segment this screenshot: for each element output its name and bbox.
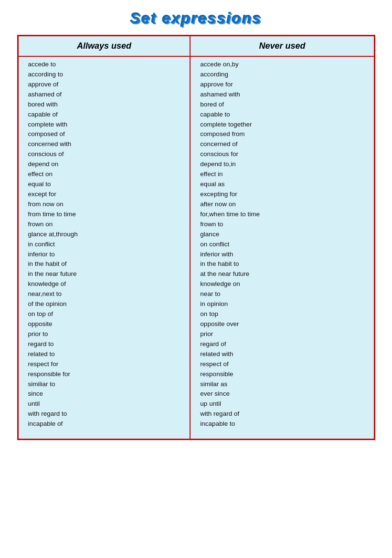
list-item: with regard to: [28, 409, 180, 419]
list-item: responsible for: [28, 369, 180, 379]
list-item: until: [28, 399, 180, 409]
list-item: opposite: [28, 319, 180, 329]
list-item: approve of: [28, 80, 180, 90]
list-item: inferior with: [200, 250, 364, 260]
list-item: depend to,in: [200, 159, 364, 169]
list-item: bored with: [28, 100, 180, 110]
list-item: near,next to: [28, 289, 180, 299]
list-item: ever since: [200, 389, 364, 399]
list-item: similar as: [200, 379, 364, 390]
list-item: regard of: [200, 339, 364, 349]
list-item: prior: [200, 329, 364, 339]
list-item: on top of: [28, 309, 180, 319]
list-item: depend on: [28, 159, 180, 169]
list-item: accede on,by: [200, 60, 364, 70]
list-item: concerned of: [200, 139, 364, 149]
list-item: according to: [28, 70, 180, 80]
list-item: according: [200, 70, 364, 80]
list-item: inferior to: [28, 250, 180, 260]
list-item: in the near future: [28, 269, 180, 279]
list-item: with regard of: [200, 409, 364, 419]
list-item: frown on: [28, 220, 180, 230]
left-column-header: Allways used: [18, 36, 190, 57]
list-item: for,when time to time: [200, 210, 364, 220]
list-item: accede to: [28, 60, 180, 70]
list-item: opposite over: [200, 319, 364, 329]
page-title: Set expressions: [130, 10, 262, 27]
list-item: concerned with: [28, 139, 180, 149]
list-item: respect for: [28, 359, 180, 369]
list-item: in opinion: [200, 299, 364, 309]
list-item: ashamed with: [200, 90, 364, 100]
list-item: capable of: [28, 110, 180, 120]
list-item: since: [28, 389, 180, 399]
list-item: on top: [200, 309, 364, 319]
list-item: incapable of: [28, 419, 180, 429]
list-item: complete with: [28, 120, 180, 130]
list-item: bored of: [200, 100, 364, 110]
list-item: glance: [200, 230, 364, 240]
list-item: incapable to: [200, 419, 364, 429]
right-column-header: Never used: [190, 36, 374, 57]
list-item: of the opinion: [28, 299, 180, 309]
list-item: composed from: [200, 129, 364, 139]
list-item: prior to: [28, 329, 180, 339]
list-item: in conflict: [28, 240, 180, 250]
main-table: Allways used Never used accede toaccordi…: [17, 35, 375, 440]
list-item: ashamed of: [28, 90, 180, 100]
list-item: knowledge on: [200, 279, 364, 289]
list-item: capable to: [200, 110, 364, 120]
left-column-content: accede toaccording toapprove ofashamed o…: [18, 56, 190, 440]
list-item: related with: [200, 349, 364, 359]
list-item: composed of: [28, 129, 180, 139]
list-item: effect on: [28, 169, 180, 179]
list-item: respect of: [200, 359, 364, 369]
list-item: on conflict: [200, 240, 364, 250]
list-item: from time to time: [28, 210, 180, 220]
left-items-list: accede toaccording toapprove ofashamed o…: [28, 60, 180, 429]
list-item: conscious of: [28, 149, 180, 159]
list-item: after now on: [200, 200, 364, 210]
list-item: frown to: [200, 220, 364, 230]
list-item: approve for: [200, 80, 364, 90]
list-item: in the habit of: [28, 259, 180, 269]
list-item: except for: [28, 190, 180, 200]
list-item: in the habit to: [200, 259, 364, 269]
list-item: up until: [200, 399, 364, 409]
list-item: knowledge of: [28, 279, 180, 289]
list-item: related to: [28, 349, 180, 359]
list-item: from now on: [28, 200, 180, 210]
list-item: conscious for: [200, 149, 364, 159]
right-items-list: accede on,byaccordingapprove forashamed …: [200, 60, 364, 429]
list-item: near to: [200, 289, 364, 299]
title-area: Set expressions: [130, 10, 262, 27]
list-item: regard to: [28, 339, 180, 349]
list-item: similiar to: [28, 379, 180, 390]
list-item: responsible: [200, 369, 364, 379]
list-item: complete together: [200, 120, 364, 130]
list-item: effect in: [200, 169, 364, 179]
right-column-content: accede on,byaccordingapprove forashamed …: [190, 56, 374, 440]
list-item: glance at,through: [28, 230, 180, 240]
list-item: at the near future: [200, 269, 364, 279]
list-item: excepting for: [200, 190, 364, 200]
list-item: equal to: [28, 179, 180, 190]
list-item: equal as: [200, 179, 364, 190]
